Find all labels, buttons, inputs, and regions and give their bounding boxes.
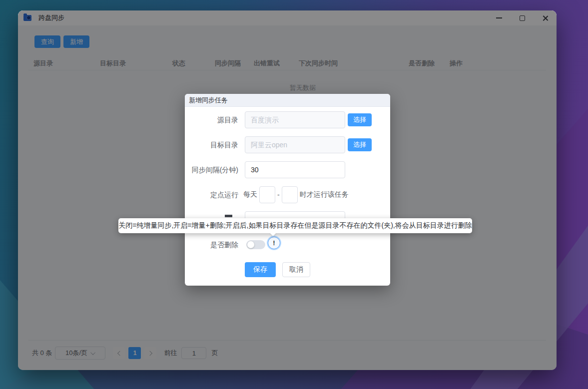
form-row-source: 源目录 选择 [185,111,390,129]
tooltip-text: 关闭=纯增量同步,开启=增量+删除;开启后,如果目标目录存在但是源目录不存在的文… [118,221,472,230]
form-row-interval: 同步间隔(分钟) [185,161,390,179]
delete-info-tooltip: 关闭=纯增量同步,开启=增量+删除;开启后,如果目标目录存在但是源目录不存在的文… [118,218,472,233]
schedule-end-hour-input[interactable] [282,186,298,203]
source-input[interactable] [245,111,345,128]
add-task-dialog: 新增同步任务 源目录 选择 目标目录 选择 同步间隔(分钟) 定点运行 每天 -… [185,94,390,286]
schedule-start-hour-input[interactable] [259,186,275,203]
delete-label: 是否删除 [185,236,238,254]
target-select-button[interactable]: 选择 [348,138,372,151]
dialog-body: 源目录 选择 目标目录 选择 同步间隔(分钟) 定点运行 每天 - 时才运行该任… [185,107,390,286]
source-label: 源目录 [185,111,238,129]
interval-input[interactable] [245,161,345,178]
dialog-header: 新增同步任务 [185,94,390,107]
form-row-buttons: 保存 取消 [185,262,390,280]
save-button[interactable]: 保存 [245,262,276,277]
form-row-delete: 是否删除 ! [185,236,390,254]
cancel-button[interactable]: 取消 [282,262,310,277]
target-input[interactable] [245,136,345,153]
schedule-suffix: 时才运行该任务 [300,190,349,199]
hidden-label-fragment [225,215,232,217]
delete-toggle[interactable] [246,240,265,249]
source-select-button[interactable]: 选择 [348,113,372,126]
info-icon[interactable]: ! [268,237,280,249]
schedule-separator: - [277,191,280,199]
dialog-title: 新增同步任务 [189,96,228,105]
form-row-schedule: 定点运行 每天 - 时才运行该任务 [185,186,390,204]
interval-label: 同步间隔(分钟) [185,161,238,179]
target-label: 目标目录 [185,136,238,154]
schedule-controls: 每天 - 时才运行该任务 [243,186,349,204]
schedule-prefix: 每天 [243,190,257,199]
schedule-label: 定点运行 [185,186,238,204]
form-row-target: 目标目录 选择 [185,136,390,154]
